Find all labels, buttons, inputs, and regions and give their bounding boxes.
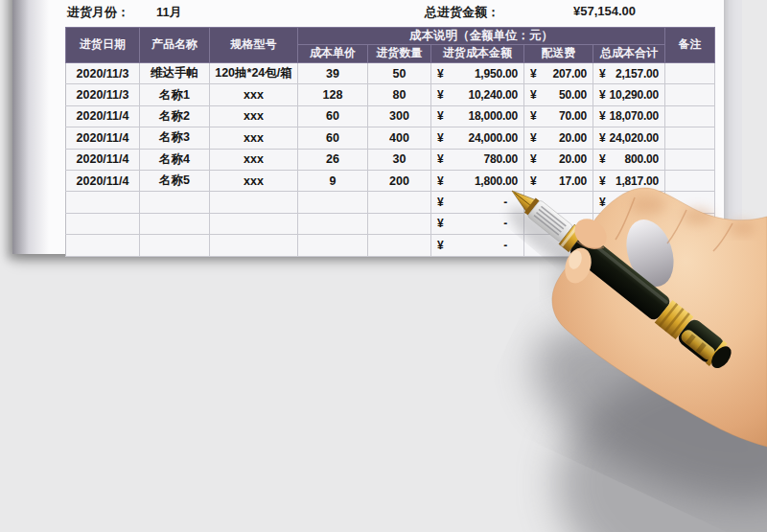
cell-date[interactable]: 2020/11/3 xyxy=(66,84,140,105)
col-header-delivery-fee[interactable]: 配送费 xyxy=(524,45,593,63)
cell-product[interactable]: 维达手帕 xyxy=(140,63,210,84)
cell-qty[interactable]: 200 xyxy=(368,170,431,191)
cell-fee[interactable]: ¥17.00 xyxy=(524,170,593,191)
cell-note[interactable] xyxy=(665,235,715,256)
cell-spec[interactable] xyxy=(210,235,298,256)
col-header-date[interactable]: 进货日期 xyxy=(66,28,140,63)
cell-date[interactable] xyxy=(66,192,140,213)
table-row: ¥-¥- xyxy=(66,192,715,213)
pen-cap-end xyxy=(708,343,735,372)
cell-spec[interactable]: xxx xyxy=(210,149,298,170)
cell-cost[interactable]: ¥18,000.00 xyxy=(431,105,524,127)
cell-product[interactable]: 名称3 xyxy=(140,127,210,149)
cell-product[interactable]: 名称2 xyxy=(140,105,210,127)
cell-date[interactable]: 2020/11/4 xyxy=(66,170,140,191)
cell-total[interactable]: ¥10,290.00 xyxy=(593,84,665,105)
cell-unit_price[interactable] xyxy=(298,192,368,213)
cell-product[interactable]: 名称4 xyxy=(140,149,210,170)
cell-unit_price[interactable]: 60 xyxy=(298,105,368,127)
col-header-total-cost[interactable]: 总成本合计 xyxy=(593,45,665,63)
cell-date[interactable] xyxy=(66,213,140,234)
cell-fee[interactable]: ¥20.00 xyxy=(524,127,593,149)
cell-cost[interactable]: ¥1,800.00 xyxy=(431,170,524,191)
cell-fee[interactable]: ¥207.00 xyxy=(524,63,593,84)
cell-unit_price[interactable]: 60 xyxy=(298,127,368,149)
cell-unit_price[interactable]: 39 xyxy=(298,63,368,84)
hand-cast-shadow xyxy=(507,289,767,532)
cell-product[interactable] xyxy=(140,192,210,213)
cell-unit_price[interactable] xyxy=(298,213,368,234)
screenshot-stage: 进货月份： 11月 总进货金额： ¥57,154.00 进货日期 产品名称 规格… xyxy=(0,0,767,532)
col-header-spec[interactable]: 规格型号 xyxy=(210,28,298,63)
cell-total[interactable]: ¥1,817.00 xyxy=(593,170,665,191)
cell-spec[interactable] xyxy=(210,213,298,234)
cell-cost[interactable]: ¥24,000.00 xyxy=(431,127,524,149)
cell-fee[interactable] xyxy=(524,213,593,234)
col-header-qty[interactable]: 进货数量 xyxy=(368,45,431,63)
cell-total[interactable]: ¥24,020.00 xyxy=(593,127,665,149)
cell-qty[interactable]: 30 xyxy=(368,149,431,170)
cell-total[interactable]: ¥800.00 xyxy=(593,149,665,170)
total-amount-value[interactable]: ¥57,154.00 xyxy=(573,4,636,18)
cell-fee[interactable] xyxy=(524,235,593,256)
cell-note[interactable] xyxy=(665,213,715,234)
col-header-cost-amount[interactable]: 进货成本金额 xyxy=(431,45,524,63)
cell-qty[interactable]: 50 xyxy=(368,63,431,84)
cell-fee[interactable]: ¥50.00 xyxy=(524,84,593,105)
cell-note[interactable] xyxy=(665,149,715,170)
table-row: 2020/11/4名称5xxx9200¥1,800.00¥17.00¥1,817… xyxy=(66,170,715,191)
cell-fee[interactable]: ¥70.00 xyxy=(524,105,593,127)
cell-note[interactable] xyxy=(665,84,715,105)
cell-note[interactable] xyxy=(665,105,715,127)
col-header-note[interactable]: 备注 xyxy=(665,28,715,63)
cell-date[interactable]: 2020/11/4 xyxy=(66,105,140,127)
cell-qty[interactable] xyxy=(368,192,431,213)
pen-cap xyxy=(676,316,727,365)
cell-cost[interactable]: ¥- xyxy=(431,192,524,213)
cell-spec[interactable]: xxx xyxy=(210,105,298,127)
cell-total[interactable]: ¥18,070.00 xyxy=(593,105,665,127)
cell-cost[interactable]: ¥- xyxy=(431,235,524,256)
cell-date[interactable] xyxy=(66,235,140,256)
cell-product[interactable]: 名称5 xyxy=(140,170,210,191)
cell-note[interactable] xyxy=(665,170,715,191)
cell-total[interactable]: ¥- xyxy=(593,213,665,234)
cell-date[interactable]: 2020/11/4 xyxy=(66,149,140,170)
col-header-unit-price[interactable]: 成本单价 xyxy=(298,45,368,63)
cell-spec[interactable] xyxy=(210,192,298,213)
cell-unit_price[interactable]: 128 xyxy=(298,84,368,105)
cell-total[interactable]: ¥- xyxy=(593,235,665,256)
cell-qty[interactable]: 300 xyxy=(368,105,431,127)
cell-cost[interactable]: ¥10,240.00 xyxy=(431,84,524,105)
cell-total[interactable]: ¥- xyxy=(593,192,665,213)
cell-cost[interactable]: ¥1,950.00 xyxy=(431,63,524,84)
cell-unit_price[interactable]: 26 xyxy=(298,149,368,170)
cell-note[interactable] xyxy=(665,127,715,149)
cell-spec[interactable]: xxx xyxy=(210,170,298,191)
cell-product[interactable] xyxy=(140,213,210,234)
cell-spec[interactable]: xxx xyxy=(210,84,298,105)
cell-fee[interactable]: ¥20.00 xyxy=(524,149,593,170)
cell-unit_price[interactable]: 9 xyxy=(298,170,368,191)
cell-total[interactable]: ¥2,157.00 xyxy=(593,63,665,84)
cell-cost[interactable]: ¥- xyxy=(431,213,524,234)
cell-qty[interactable]: 400 xyxy=(368,127,431,149)
col-group-header-cost[interactable]: 成本说明（金额单位：元） xyxy=(298,28,665,45)
cell-spec[interactable]: 120抽*24包/箱 xyxy=(210,63,298,84)
cell-fee[interactable] xyxy=(524,192,593,213)
cell-product[interactable] xyxy=(140,235,210,256)
cell-cost[interactable]: ¥780.00 xyxy=(431,149,524,170)
table-body: 2020/11/3维达手帕120抽*24包/箱3950¥1,950.00¥207… xyxy=(66,63,715,257)
cell-qty[interactable]: 80 xyxy=(368,84,431,105)
cell-product[interactable]: 名称1 xyxy=(140,84,210,105)
col-header-product[interactable]: 产品名称 xyxy=(140,28,210,63)
cell-note[interactable] xyxy=(665,192,715,213)
cell-date[interactable]: 2020/11/3 xyxy=(66,63,140,84)
purchase-month-value[interactable]: 11月 xyxy=(156,4,182,21)
cell-spec[interactable]: xxx xyxy=(210,127,298,149)
cell-qty[interactable] xyxy=(368,235,431,256)
cell-qty[interactable] xyxy=(368,213,431,234)
cell-note[interactable] xyxy=(665,63,715,84)
cell-unit_price[interactable] xyxy=(298,235,368,256)
cell-date[interactable]: 2020/11/4 xyxy=(66,127,140,149)
